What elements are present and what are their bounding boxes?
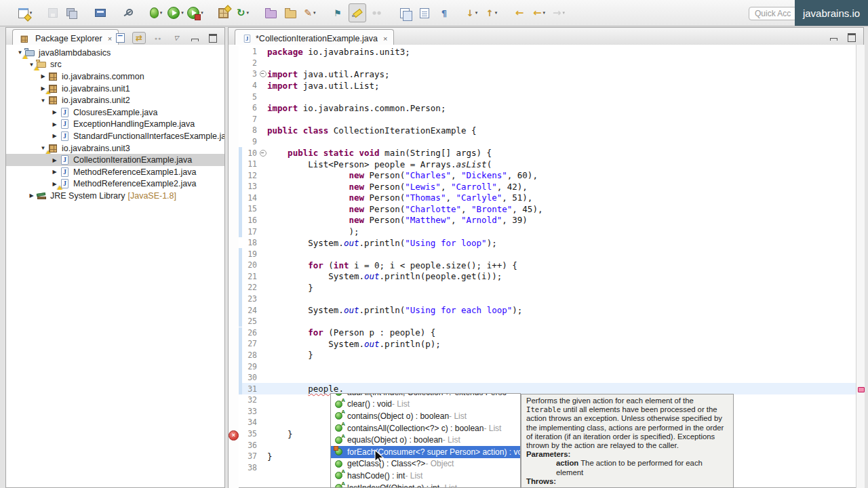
mark-occurrences-button[interactable]: ⚑ (329, 3, 347, 22)
tree-item-jre-system-library[interactable]: ▶JRE System Library[JavaSE-1.8] (6, 190, 224, 202)
completion-item-getClass[interactable]: getClass() : Class<?> - Object (331, 458, 520, 470)
highlight-button[interactable] (349, 3, 366, 22)
view-menu-button[interactable]: ▽ (170, 33, 182, 43)
tree-item-closuresexample-java[interactable]: ▶ClosuresExample.java (6, 106, 224, 119)
tree-item-io-javabrains-unit3[interactable]: ▼io.javabrains.unit3 (6, 142, 224, 155)
completion-item-lastIndexOf[interactable]: lastIndexOf(Object o) : int - List (331, 482, 520, 488)
code-line-29[interactable]: 29 (239, 361, 856, 372)
chevron-collapsed-icon[interactable]: ▶ (50, 157, 59, 163)
code-line-10[interactable]: 10 public static void main(String[] args… (239, 147, 856, 159)
code-line-5[interactable]: 5 (239, 91, 856, 102)
completion-item-hashCode[interactable]: hashCode() : int - List (331, 470, 520, 482)
completion-item-equals[interactable]: equals(Object o) : boolean - List (331, 434, 520, 446)
run-button[interactable]: ▾ (167, 3, 184, 22)
code-line-1[interactable]: 1package io.javabrains.unit3; (239, 46, 856, 58)
completion-item-containsAll[interactable]: containsAll(Collection<?> c) : boolean -… (331, 422, 520, 434)
tree-item-exceptionhandlingexample-java[interactable]: ▶ExceptionHandlingExample.java (6, 119, 224, 131)
maximize-view-button[interactable] (207, 33, 219, 43)
tree-item-io-javabrains-common[interactable]: ▶io.javabrains.common (6, 70, 224, 83)
code-line-30[interactable]: 30 (239, 372, 856, 384)
show-list-button[interactable] (416, 3, 433, 22)
code-line-9[interactable]: 9 (239, 136, 856, 148)
tree-item-io-javabrains-unit2[interactable]: ▼io.javabrains.unit2 (6, 94, 224, 106)
tree-item-collectioniterationexample-java[interactable]: ▶CollectionIterationExample.java (6, 154, 224, 166)
minimize-editor-button[interactable] (827, 32, 840, 43)
chevron-expanded-icon[interactable]: ▼ (39, 98, 47, 104)
code-line-15[interactable]: 15 new Person("Charlotte", "Bronte", 45)… (239, 203, 856, 215)
code-line-21[interactable]: 21 System.out.println(people.get(i)); (239, 271, 856, 283)
code-line-19[interactable]: 19 (239, 248, 856, 260)
new-java-project-button[interactable] (214, 3, 232, 22)
chevron-collapsed-icon[interactable]: ▶ (27, 192, 36, 199)
tree-item-standardfunctionalinterfacesexample-ja[interactable]: ▶StandardFunctionalInterfacesExample.ja (6, 130, 224, 142)
dropdown-caret-icon[interactable]: ▾ (30, 10, 33, 16)
dropdown-caret-icon[interactable]: ▾ (543, 10, 546, 16)
link-editors-button[interactable] (396, 3, 414, 22)
maximize-editor-button[interactable] (846, 32, 858, 43)
chevron-collapsed-icon[interactable]: ▶ (39, 73, 47, 79)
close-icon[interactable]: × (383, 35, 387, 43)
link-with-editor-button[interactable]: ⇄ (132, 32, 146, 44)
code-line-20[interactable]: 20 for (int i = 0; i < people.size(); i+… (239, 260, 856, 271)
dropdown-caret-icon[interactable]: ▾ (201, 10, 203, 16)
code-line-8[interactable]: 8public class CollectionIterationExample… (239, 125, 856, 136)
code-line-26[interactable]: 26 for (Person p : people) { (239, 327, 856, 339)
new-wizard-button[interactable]: ▾ (16, 3, 34, 22)
dropdown-caret-icon[interactable]: ▾ (313, 10, 316, 16)
fold-collapse-icon[interactable] (258, 70, 267, 77)
last-edit-button[interactable]: ← (511, 3, 528, 22)
tree-item-io-javabrains-unit1[interactable]: ▶io.javabrains.unit1 (6, 83, 224, 95)
code-line-23[interactable]: 23 (239, 293, 856, 305)
overview-error-marker[interactable] (858, 387, 865, 392)
code-line-22[interactable]: 22 } (239, 282, 856, 293)
tree-item-methodreferenceexample2-java[interactable]: ▶MethodReferenceExample2.java (6, 178, 224, 190)
dropdown-caret-icon[interactable]: ▾ (160, 10, 163, 16)
tree-item-methodreferenceexample1-java[interactable]: ▶MethodReferenceExample1.java (6, 166, 224, 178)
next-annotation-button[interactable]: ↓▾ (463, 3, 481, 22)
chevron-collapsed-icon[interactable]: ▶ (50, 169, 59, 175)
open-console-button[interactable] (92, 3, 109, 22)
code-line-24[interactable]: 24 System.out.println("Using for each lo… (239, 304, 856, 316)
save-all-button[interactable] (64, 3, 81, 22)
code-line-6[interactable]: 6import io.javabrains.common.Person; (239, 102, 856, 114)
back-button[interactable]: ←▾ (530, 3, 548, 22)
dropdown-caret-icon[interactable]: ▾ (563, 10, 566, 16)
minimize-view-button[interactable] (189, 33, 201, 43)
tree-item-src[interactable]: ▼src (6, 59, 224, 71)
run-external-button[interactable]: ↻▾ (234, 3, 252, 22)
editor-marker-bar[interactable]: × (229, 46, 239, 488)
open-folder-button[interactable] (281, 3, 299, 22)
chevron-collapsed-icon[interactable]: ▶ (50, 109, 59, 115)
code-line-25[interactable]: 25 (239, 316, 856, 327)
collapse-all-button[interactable] (114, 33, 126, 43)
annotate-button[interactable]: ✎▾ (301, 3, 319, 22)
debug-button[interactable]: ▾ (147, 3, 165, 22)
code-line-12[interactable]: 12 new Person("Charles", "Dickens", 60), (239, 169, 856, 181)
code-line-28[interactable]: 28 } (239, 350, 856, 361)
code-line-27[interactable]: 27 System.out.println(p); (239, 338, 856, 350)
open-task-folder-button[interactable] (262, 3, 279, 22)
dropdown-caret-icon[interactable]: ▾ (181, 10, 184, 16)
code-line-11[interactable]: 11 List<Person> people = Arrays.asList( (239, 159, 856, 170)
code-line-13[interactable]: 13 new Person("Lewis", "Carroll", 42), (239, 181, 856, 192)
dropdown-caret-icon[interactable]: ▾ (475, 10, 478, 16)
completion-item-clear[interactable]: clear() : void - List (331, 399, 520, 411)
show-whitespace-button[interactable]: ¶ (435, 3, 453, 22)
completion-item-addAll[interactable]: addAll(int index, Collection<? extends P… (331, 393, 520, 399)
code-line-16[interactable]: 16 new Person("Matthew", "Arnold", 39) (239, 215, 856, 226)
code-line-18[interactable]: 18 System.out.println("Using for loop"); (239, 237, 856, 249)
pin-editor-button[interactable] (119, 3, 137, 22)
code-line-2[interactable]: 2 (239, 58, 856, 69)
completion-item-contains[interactable]: contains(Object o) : boolean - List (331, 410, 520, 422)
code-line-4[interactable]: 4import java.util.List; (239, 80, 856, 92)
close-icon[interactable]: × (108, 35, 112, 43)
dropdown-caret-icon[interactable]: ▾ (495, 10, 498, 16)
prev-annotation-button[interactable]: ↑▾ (483, 3, 500, 22)
code-line-14[interactable]: 14 new Person("Thomas", "Carlyle", 51), (239, 192, 856, 204)
coverage-button[interactable]: ▾ (186, 3, 204, 22)
chevron-collapsed-icon[interactable]: ▶ (50, 121, 59, 127)
code-line-17[interactable]: 17 ); (239, 226, 856, 237)
code-line-3[interactable]: 3import java.util.Arrays; (239, 68, 856, 80)
code-line-7[interactable]: 7 (239, 113, 856, 125)
dropdown-caret-icon[interactable]: ▾ (247, 10, 250, 16)
